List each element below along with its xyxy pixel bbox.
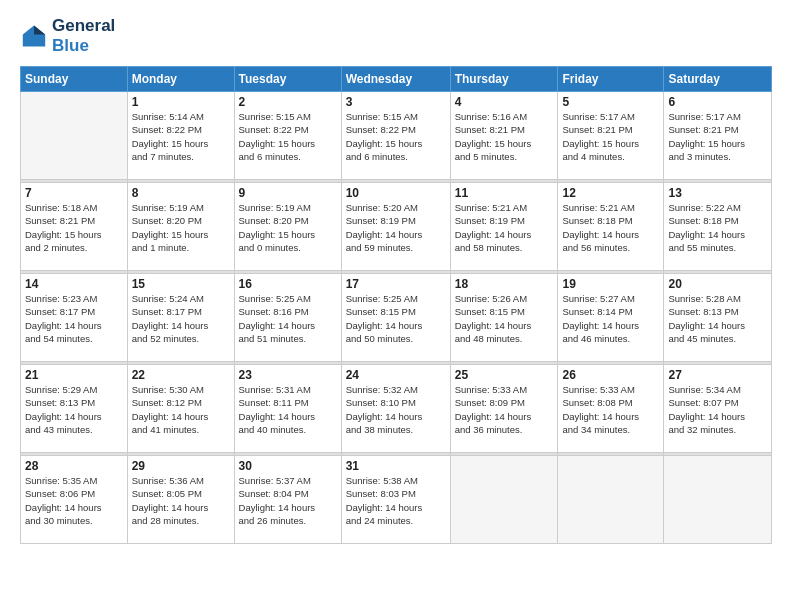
calendar-day-cell: 22Sunrise: 5:30 AM Sunset: 8:12 PM Dayli… [127, 365, 234, 453]
day-info: Sunrise: 5:35 AM Sunset: 8:06 PM Dayligh… [25, 474, 123, 527]
logo: General Blue [20, 16, 115, 56]
day-number: 30 [239, 459, 337, 473]
calendar-week-row: 7Sunrise: 5:18 AM Sunset: 8:21 PM Daylig… [21, 183, 772, 271]
calendar-week-row: 28Sunrise: 5:35 AM Sunset: 8:06 PM Dayli… [21, 456, 772, 544]
day-number: 18 [455, 277, 554, 291]
calendar-week-row: 1Sunrise: 5:14 AM Sunset: 8:22 PM Daylig… [21, 92, 772, 180]
calendar-day-cell: 30Sunrise: 5:37 AM Sunset: 8:04 PM Dayli… [234, 456, 341, 544]
page: General Blue SundayMondayTuesdayWednesda… [0, 0, 792, 612]
calendar-week-row: 14Sunrise: 5:23 AM Sunset: 8:17 PM Dayli… [21, 274, 772, 362]
day-number: 10 [346, 186, 446, 200]
calendar-day-cell: 11Sunrise: 5:21 AM Sunset: 8:19 PM Dayli… [450, 183, 558, 271]
day-info: Sunrise: 5:34 AM Sunset: 8:07 PM Dayligh… [668, 383, 767, 436]
calendar-day-cell: 6Sunrise: 5:17 AM Sunset: 8:21 PM Daylig… [664, 92, 772, 180]
day-number: 5 [562, 95, 659, 109]
day-number: 16 [239, 277, 337, 291]
day-info: Sunrise: 5:25 AM Sunset: 8:16 PM Dayligh… [239, 292, 337, 345]
day-info: Sunrise: 5:33 AM Sunset: 8:09 PM Dayligh… [455, 383, 554, 436]
day-info: Sunrise: 5:19 AM Sunset: 8:20 PM Dayligh… [132, 201, 230, 254]
day-info: Sunrise: 5:20 AM Sunset: 8:19 PM Dayligh… [346, 201, 446, 254]
day-info: Sunrise: 5:29 AM Sunset: 8:13 PM Dayligh… [25, 383, 123, 436]
day-number: 20 [668, 277, 767, 291]
day-info: Sunrise: 5:21 AM Sunset: 8:18 PM Dayligh… [562, 201, 659, 254]
day-number: 8 [132, 186, 230, 200]
day-info: Sunrise: 5:27 AM Sunset: 8:14 PM Dayligh… [562, 292, 659, 345]
calendar-day-cell [21, 92, 128, 180]
calendar-day-cell: 20Sunrise: 5:28 AM Sunset: 8:13 PM Dayli… [664, 274, 772, 362]
day-number: 3 [346, 95, 446, 109]
calendar-header-friday: Friday [558, 67, 664, 92]
calendar-day-cell: 19Sunrise: 5:27 AM Sunset: 8:14 PM Dayli… [558, 274, 664, 362]
calendar-day-cell: 14Sunrise: 5:23 AM Sunset: 8:17 PM Dayli… [21, 274, 128, 362]
day-info: Sunrise: 5:19 AM Sunset: 8:20 PM Dayligh… [239, 201, 337, 254]
svg-marker-1 [34, 26, 45, 35]
day-info: Sunrise: 5:18 AM Sunset: 8:21 PM Dayligh… [25, 201, 123, 254]
logo-icon [20, 22, 48, 50]
day-number: 11 [455, 186, 554, 200]
calendar-day-cell: 17Sunrise: 5:25 AM Sunset: 8:15 PM Dayli… [341, 274, 450, 362]
calendar-table: SundayMondayTuesdayWednesdayThursdayFrid… [20, 66, 772, 544]
day-number: 2 [239, 95, 337, 109]
day-number: 28 [25, 459, 123, 473]
day-number: 7 [25, 186, 123, 200]
calendar-day-cell [450, 456, 558, 544]
day-info: Sunrise: 5:36 AM Sunset: 8:05 PM Dayligh… [132, 474, 230, 527]
day-info: Sunrise: 5:24 AM Sunset: 8:17 PM Dayligh… [132, 292, 230, 345]
logo-text: General Blue [52, 16, 115, 56]
day-info: Sunrise: 5:37 AM Sunset: 8:04 PM Dayligh… [239, 474, 337, 527]
calendar-header-wednesday: Wednesday [341, 67, 450, 92]
day-number: 13 [668, 186, 767, 200]
calendar-day-cell: 28Sunrise: 5:35 AM Sunset: 8:06 PM Dayli… [21, 456, 128, 544]
day-info: Sunrise: 5:15 AM Sunset: 8:22 PM Dayligh… [239, 110, 337, 163]
day-number: 17 [346, 277, 446, 291]
day-number: 19 [562, 277, 659, 291]
calendar-day-cell: 23Sunrise: 5:31 AM Sunset: 8:11 PM Dayli… [234, 365, 341, 453]
calendar-day-cell: 9Sunrise: 5:19 AM Sunset: 8:20 PM Daylig… [234, 183, 341, 271]
calendar-header-thursday: Thursday [450, 67, 558, 92]
calendar-day-cell: 3Sunrise: 5:15 AM Sunset: 8:22 PM Daylig… [341, 92, 450, 180]
calendar-day-cell: 13Sunrise: 5:22 AM Sunset: 8:18 PM Dayli… [664, 183, 772, 271]
day-info: Sunrise: 5:33 AM Sunset: 8:08 PM Dayligh… [562, 383, 659, 436]
calendar-header-tuesday: Tuesday [234, 67, 341, 92]
calendar-day-cell [664, 456, 772, 544]
calendar-header-saturday: Saturday [664, 67, 772, 92]
day-info: Sunrise: 5:16 AM Sunset: 8:21 PM Dayligh… [455, 110, 554, 163]
day-number: 23 [239, 368, 337, 382]
day-number: 1 [132, 95, 230, 109]
svg-rect-2 [26, 36, 43, 44]
calendar-day-cell: 4Sunrise: 5:16 AM Sunset: 8:21 PM Daylig… [450, 92, 558, 180]
calendar-header-row: SundayMondayTuesdayWednesdayThursdayFrid… [21, 67, 772, 92]
day-info: Sunrise: 5:38 AM Sunset: 8:03 PM Dayligh… [346, 474, 446, 527]
day-info: Sunrise: 5:17 AM Sunset: 8:21 PM Dayligh… [562, 110, 659, 163]
calendar-day-cell: 1Sunrise: 5:14 AM Sunset: 8:22 PM Daylig… [127, 92, 234, 180]
calendar-day-cell: 15Sunrise: 5:24 AM Sunset: 8:17 PM Dayli… [127, 274, 234, 362]
calendar-day-cell: 29Sunrise: 5:36 AM Sunset: 8:05 PM Dayli… [127, 456, 234, 544]
day-number: 6 [668, 95, 767, 109]
day-number: 31 [346, 459, 446, 473]
calendar-header-monday: Monday [127, 67, 234, 92]
calendar-day-cell [558, 456, 664, 544]
calendar-day-cell: 27Sunrise: 5:34 AM Sunset: 8:07 PM Dayli… [664, 365, 772, 453]
day-number: 24 [346, 368, 446, 382]
calendar-day-cell: 2Sunrise: 5:15 AM Sunset: 8:22 PM Daylig… [234, 92, 341, 180]
day-number: 4 [455, 95, 554, 109]
day-info: Sunrise: 5:23 AM Sunset: 8:17 PM Dayligh… [25, 292, 123, 345]
day-info: Sunrise: 5:14 AM Sunset: 8:22 PM Dayligh… [132, 110, 230, 163]
calendar-day-cell: 7Sunrise: 5:18 AM Sunset: 8:21 PM Daylig… [21, 183, 128, 271]
day-number: 22 [132, 368, 230, 382]
calendar-header-sunday: Sunday [21, 67, 128, 92]
calendar-day-cell: 24Sunrise: 5:32 AM Sunset: 8:10 PM Dayli… [341, 365, 450, 453]
calendar-day-cell: 16Sunrise: 5:25 AM Sunset: 8:16 PM Dayli… [234, 274, 341, 362]
day-info: Sunrise: 5:25 AM Sunset: 8:15 PM Dayligh… [346, 292, 446, 345]
calendar-day-cell: 8Sunrise: 5:19 AM Sunset: 8:20 PM Daylig… [127, 183, 234, 271]
calendar-day-cell: 26Sunrise: 5:33 AM Sunset: 8:08 PM Dayli… [558, 365, 664, 453]
header: General Blue [20, 16, 772, 56]
calendar-day-cell: 18Sunrise: 5:26 AM Sunset: 8:15 PM Dayli… [450, 274, 558, 362]
day-info: Sunrise: 5:32 AM Sunset: 8:10 PM Dayligh… [346, 383, 446, 436]
calendar-day-cell: 5Sunrise: 5:17 AM Sunset: 8:21 PM Daylig… [558, 92, 664, 180]
day-number: 26 [562, 368, 659, 382]
day-number: 21 [25, 368, 123, 382]
day-number: 15 [132, 277, 230, 291]
calendar-day-cell: 12Sunrise: 5:21 AM Sunset: 8:18 PM Dayli… [558, 183, 664, 271]
day-number: 9 [239, 186, 337, 200]
